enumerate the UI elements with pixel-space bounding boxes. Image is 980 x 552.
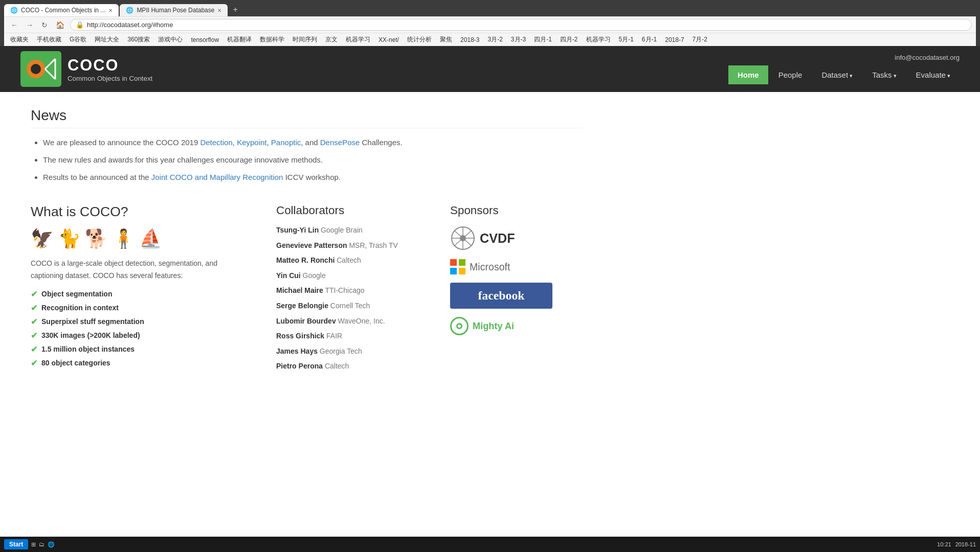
feature-text-4: 330K images (>200K labeled) (41, 331, 140, 339)
logo-area: COCO Common Objects in Context (20, 51, 152, 87)
collab-title: Collaborators (276, 204, 419, 217)
bm-item[interactable]: 6月-1 (640, 35, 659, 44)
bm-item[interactable]: 机器学习 (584, 35, 613, 44)
check-icon-2: ✔ (31, 303, 37, 313)
news-item-3: Results to be announced at the Joint COC… (43, 171, 583, 183)
collab-name-5: Michael Maire (276, 286, 323, 294)
bm-item[interactable]: 网址大全 (93, 35, 121, 44)
news-link-workshop[interactable]: Joint COCO and Mapillary Recognition (151, 173, 283, 181)
bm-item[interactable]: 2018-3 (458, 36, 481, 44)
bm-item[interactable]: 四月-1 (532, 35, 554, 44)
collab-org-3: Caltech (337, 256, 361, 264)
collab-item-4: Yin Cui Google (276, 271, 419, 281)
icon-cat: 🐈 (58, 228, 81, 249)
bm-item[interactable]: 7月-2 (691, 35, 709, 44)
nav-dataset[interactable]: Dataset (812, 65, 862, 84)
bm-item[interactable]: 聚焦 (438, 35, 454, 44)
tab-active[interactable]: 🌐 COCO - Common Objects in ... ✕ (4, 4, 119, 16)
feature-text-6: 80 object categories (41, 359, 110, 367)
bm-item[interactable]: 四月-2 (558, 35, 580, 44)
bm-item[interactable]: 2018-7 (663, 36, 686, 44)
check-icon-5: ✔ (31, 344, 37, 354)
collab-org-1: Google Brain (321, 226, 363, 234)
cvdf-text: CVDF (480, 231, 515, 246)
url-text: http://cocodataset.org/#home (87, 21, 173, 29)
bm-item[interactable]: 游戏中心 (156, 35, 185, 44)
bm-item[interactable]: 时间序列 (291, 35, 319, 44)
nav-tasks[interactable]: Tasks (863, 65, 905, 84)
collab-list: Tsung-Yi Lin Google Brain Genevieve Patt… (276, 225, 419, 372)
ms-yellow (459, 268, 465, 274)
sponsor-cvdf: CVDF (450, 225, 552, 251)
collab-name-7: Lubomir Bourdev (276, 317, 336, 325)
collab-org-2: MSR, Trash TV (349, 241, 397, 249)
bm-item[interactable]: 机器学习 (344, 35, 372, 44)
refresh-button[interactable]: ↻ (39, 20, 50, 30)
bm-item[interactable]: 京文 (323, 35, 340, 44)
feature-list: ✔ Object segmentation ✔ Recognition in c… (31, 289, 246, 368)
three-col: What is COCO? 🦅 🐈 🐕 🧍 ⛵ COCO is a large-… (31, 204, 583, 377)
bm-item[interactable]: 数据科学 (258, 35, 286, 44)
collab-item-3: Matteo R. Ronchi Caltech (276, 256, 419, 266)
logo-subtitle: Common Objects in Context (68, 75, 152, 82)
bookmarks-bar: 收藏夹 手机收藏 G谷歌 网址大全 360搜索 游戏中心 tensorflow … (4, 33, 976, 46)
bm-item[interactable]: 3月-2 (485, 35, 504, 44)
facebook-text: facebook (478, 289, 524, 302)
news-text-5: Results to be announced at the (43, 173, 151, 181)
news-item-2: The new rules and awards for this year c… (43, 154, 583, 166)
new-tab-button[interactable]: + (229, 3, 241, 16)
check-icon-4: ✔ (31, 331, 37, 340)
url-box[interactable]: 🔒 http://cocodataset.org/#home (70, 19, 972, 31)
collab-name-10: Pietro Perona (276, 362, 323, 370)
page: COCO Common Objects in Context info@coco… (0, 46, 980, 392)
check-icon-1: ✔ (31, 289, 37, 299)
collab-item-7: Lubomir Bourdev WaveOne, Inc. (276, 316, 419, 327)
nav-home[interactable]: Home (728, 65, 768, 84)
collab-item-9: James Hays Georgia Tech (276, 347, 419, 357)
tab-close-active[interactable]: ✕ (108, 8, 113, 13)
news-list: We are pleased to announce the COCO 2019… (31, 136, 583, 183)
feature-item-3: ✔ Superpixel stuff segmentation (31, 317, 246, 327)
collab-org-6: Cornell Tech (330, 302, 370, 310)
news-section: News We are pleased to announce the COCO… (31, 107, 583, 183)
tab-inactive[interactable]: 🌐 MPII Human Pose Database ✕ (120, 4, 228, 16)
bm-item[interactable]: 机器翻译 (225, 35, 254, 44)
forward-button[interactable]: → (24, 20, 36, 30)
cvdf-logo: CVDF (450, 225, 552, 251)
tab-icon: 🌐 (10, 7, 18, 14)
header-right: info@cocodataset.org Home People Dataset… (728, 54, 960, 84)
comma-1: , (233, 138, 237, 147)
collab-item-10: Pietro Perona Caltech (276, 361, 419, 372)
bm-item[interactable]: 360搜索 (125, 35, 152, 44)
news-text-2: , and (301, 138, 320, 147)
news-link-keypoint[interactable]: Keypoint (237, 138, 266, 147)
main-content: News We are pleased to announce the COCO… (0, 92, 614, 392)
browser-chrome: 🌐 COCO - Common Objects in ... ✕ 🌐 MPII … (0, 0, 980, 46)
home-button[interactable]: 🏠 (53, 20, 67, 30)
nav-people[interactable]: People (769, 65, 812, 84)
microsoft-logo: Microsoft (450, 259, 552, 274)
bm-item[interactable]: XX-net/ (376, 36, 401, 44)
bm-item[interactable]: 收藏夹 (8, 35, 31, 44)
back-button[interactable]: ← (8, 20, 20, 30)
tab-close-inactive[interactable]: ✕ (217, 8, 221, 13)
coco-icons: 🦅 🐈 🐕 🧍 ⛵ (31, 228, 246, 249)
contact-email: info@cocodataset.org (895, 54, 960, 61)
svg-point-11 (460, 235, 466, 241)
site-header: COCO Common Objects in Context info@coco… (0, 46, 980, 92)
news-link-densepose[interactable]: DensePose (320, 138, 360, 147)
bm-item[interactable]: 手机收藏 (35, 35, 63, 44)
bm-item[interactable]: 统计分析 (405, 35, 434, 44)
news-text-1: We are pleased to announce the COCO 2019 (43, 138, 200, 147)
tab-icon-2: 🌐 (126, 7, 133, 14)
news-link-panoptic[interactable]: Panoptic (271, 138, 301, 147)
bm-item[interactable]: 3月-3 (509, 35, 528, 44)
bm-item[interactable]: 5月-1 (617, 35, 636, 44)
bm-item[interactable]: tensorflow (189, 36, 221, 44)
news-link-detection[interactable]: Detection (200, 138, 232, 147)
nav-evaluate[interactable]: Evaluate (907, 65, 960, 84)
bm-item[interactable]: G谷歌 (68, 35, 88, 44)
collab-org-7: WaveOne, Inc. (338, 317, 385, 325)
icon-boat: ⛵ (139, 228, 162, 249)
collab-org-9: Georgia Tech (320, 347, 362, 355)
